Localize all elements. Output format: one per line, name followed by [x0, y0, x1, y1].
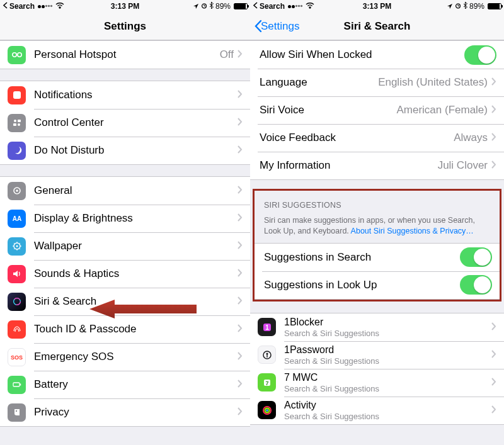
chevron-right-icon: [491, 160, 496, 171]
row-siri-voice[interactable]: Siri Voice American (Female): [250, 96, 504, 124]
chevron-right-icon: [238, 145, 243, 156]
notifications-icon: [8, 86, 26, 104]
row-privacy[interactable]: Privacy: [0, 398, 250, 426]
section-footer: Siri can make suggestions in apps, or wh…: [255, 213, 500, 243]
svg-rect-6: [13, 123, 16, 126]
chevron-right-icon: [238, 351, 243, 363]
row-general[interactable]: General: [0, 177, 250, 205]
siri-settings-list[interactable]: Allow Siri When Locked Language English …: [250, 40, 504, 445]
back-button[interactable]: Settings: [254, 20, 299, 33]
dnd-icon: [8, 142, 26, 160]
row-wallpaper[interactable]: Wallpaper: [0, 232, 250, 260]
row-personal-hotspot[interactable]: Personal Hotspot Off: [0, 41, 250, 69]
toggle-on[interactable]: [460, 247, 492, 267]
svg-rect-3: [13, 91, 21, 99]
row-my-information[interactable]: My Information Juli Clover: [250, 152, 504, 179]
svg-point-12: [16, 245, 18, 247]
svg-rect-24: [266, 354, 267, 358]
settings-screen: Search 3:13 PM 89% Settings Personal Hot…: [0, 0, 250, 445]
svg-point-18: [15, 410, 16, 412]
chevron-right-icon: [238, 89, 243, 101]
row-emergency-sos[interactable]: SOS Emergency SOS: [0, 343, 250, 371]
svg-text:SOS: SOS: [11, 354, 23, 361]
row-app-activity[interactable]: Activity Search & Siri Suggestions: [250, 397, 504, 424]
row-touchid-passcode[interactable]: Touch ID & Passcode: [0, 315, 250, 343]
siri-icon: [8, 293, 26, 311]
about-suggestions-link[interactable]: About Siri Suggestions & Privacy…: [351, 227, 474, 235]
svg-point-2: [17, 53, 21, 57]
svg-text:AA: AA: [12, 215, 21, 222]
row-notifications[interactable]: Notifications: [0, 81, 250, 109]
svg-text:1: 1: [265, 324, 269, 331]
chevron-right-icon: [491, 322, 496, 333]
display-icon: AA: [8, 210, 26, 228]
nav-bar: Settings: [0, 13, 250, 40]
control-center-icon: [8, 114, 26, 132]
row-suggestions-in-lookup[interactable]: Suggestions in Look Up: [255, 271, 500, 299]
sounds-icon: [8, 265, 26, 283]
svg-rect-5: [18, 120, 21, 122]
app-icon: [258, 346, 276, 364]
toggle-on[interactable]: [464, 45, 496, 65]
row-value: Off: [220, 48, 234, 61]
chevron-right-icon: [238, 407, 243, 418]
battery-icon: [488, 3, 501, 9]
status-bar: Search 3:13 PM 89%: [250, 0, 504, 13]
row-siri-search[interactable]: Siri & Search: [0, 288, 250, 315]
row-suggestions-in-search[interactable]: Suggestions in Search: [255, 244, 500, 271]
battery-icon-tile: [8, 376, 26, 394]
row-language[interactable]: Language English (United States): [250, 69, 504, 96]
chevron-right-icon: [238, 49, 243, 60]
chevron-right-icon: [491, 104, 496, 116]
status-bar: Search 3:13 PM 89%: [0, 0, 250, 13]
clock: 3:13 PM: [250, 2, 504, 11]
privacy-icon: [8, 403, 26, 422]
battery-icon: [234, 3, 248, 9]
chevron-right-icon: [238, 379, 243, 390]
section-header: SIRI SUGGESTIONS: [255, 191, 500, 213]
svg-point-29: [266, 410, 267, 411]
page-title: Settings: [0, 20, 250, 33]
chevron-right-icon: [491, 405, 496, 416]
row-battery[interactable]: Battery: [0, 371, 250, 398]
chevron-right-icon: [238, 185, 243, 196]
row-do-not-disturb[interactable]: Do Not Disturb: [0, 137, 250, 164]
chevron-right-icon: [238, 117, 243, 128]
chevron-right-icon: [491, 77, 496, 88]
chevron-right-icon: [491, 132, 496, 144]
back-label: Settings: [261, 20, 299, 33]
svg-point-1: [12, 53, 16, 57]
app-icon: 7: [258, 373, 276, 391]
svg-point-7: [18, 123, 20, 126]
chevron-right-icon: [238, 296, 243, 307]
svg-point-4: [14, 120, 16, 122]
svg-rect-17: [20, 384, 21, 386]
row-label: Personal Hotspot: [34, 48, 220, 61]
row-display-brightness[interactable]: AA Display & Brightness: [0, 205, 250, 232]
chevron-right-icon: [238, 268, 243, 279]
wallpaper-icon: [8, 237, 26, 256]
row-sounds-haptics[interactable]: Sounds & Haptics: [0, 260, 250, 288]
clock: 3:13 PM: [0, 2, 250, 11]
sos-icon: SOS: [8, 348, 26, 366]
row-app-1password[interactable]: 1Password Search & Siri Suggestions: [250, 341, 504, 369]
touchid-icon: [8, 320, 26, 339]
gear-icon: [8, 182, 26, 200]
siri-search-screen: Search 3:13 PM 89% Settings Siri & Searc…: [250, 0, 504, 445]
siri-suggestions-highlight: SIRI SUGGESTIONS Siri can make suggestio…: [253, 189, 501, 301]
row-control-center[interactable]: Control Center: [0, 109, 250, 137]
row-allow-siri-locked[interactable]: Allow Siri When Locked: [250, 41, 504, 69]
svg-point-28: [265, 408, 269, 412]
hotspot-icon: [8, 46, 26, 64]
row-app-7mwc[interactable]: 7 7 MWC Search & Siri Suggestions: [250, 369, 504, 397]
app-icon: [258, 401, 276, 419]
chevron-right-icon: [491, 349, 496, 361]
settings-list[interactable]: Personal Hotspot Off Notifications Contr…: [0, 40, 250, 445]
svg-point-9: [16, 189, 18, 192]
row-voice-feedback[interactable]: Voice Feedback Always: [250, 124, 504, 152]
toggle-on[interactable]: [460, 275, 492, 295]
row-app-1blocker[interactable]: 1 1Blocker Search & Siri Suggestions: [250, 313, 504, 341]
chevron-right-icon: [491, 377, 496, 388]
svg-text:7: 7: [265, 380, 268, 386]
svg-rect-16: [13, 383, 20, 386]
